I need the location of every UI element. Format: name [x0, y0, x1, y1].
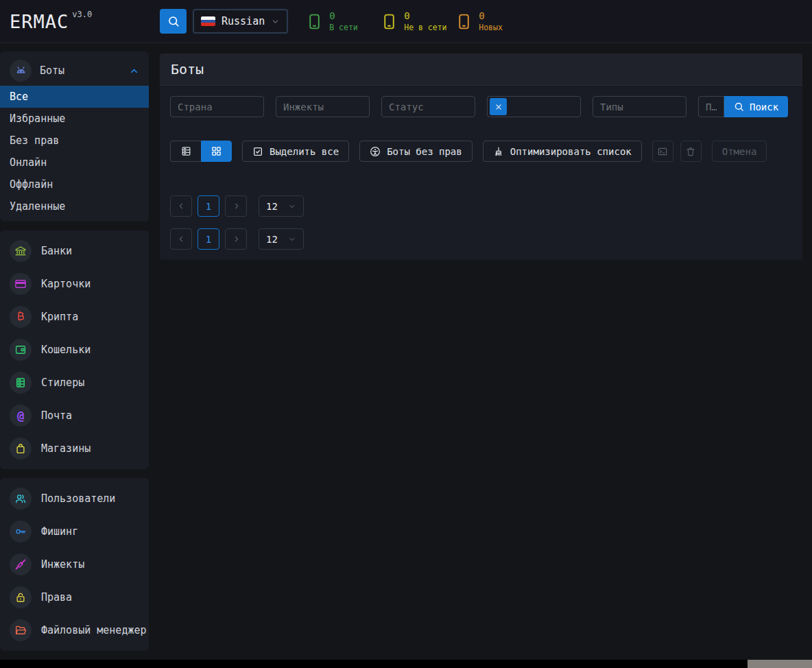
chevron-left-icon [177, 235, 186, 243]
broom-icon [493, 146, 504, 157]
key-icon [14, 525, 27, 538]
counter-offline: 0 Не в сети [381, 10, 449, 32]
language-select[interactable]: Russian [193, 9, 288, 34]
sidebar-section-bots: Боты Все Избранные Без прав Онлайн Оффла… [0, 51, 149, 222]
country-filter-input[interactable] [170, 96, 264, 117]
folder-open-icon [14, 624, 27, 636]
chevron-down-icon [288, 202, 296, 211]
trash-icon [685, 146, 696, 157]
counter-new: 0 Новых [455, 10, 524, 32]
sidebar-item-injects[interactable]: Инжекты [0, 548, 149, 581]
search-submit-button[interactable]: Поиск [724, 96, 788, 117]
chevron-right-icon [232, 202, 241, 211]
offline-count: 0 [404, 10, 446, 22]
panel-body: Поиск Выд [160, 86, 802, 260]
chevron-left-icon [177, 202, 186, 211]
counter-online: 0 В сети [306, 10, 374, 32]
sidebar-item-users[interactable]: Пользователи [0, 482, 149, 515]
tags-filter-field[interactable] [487, 96, 581, 117]
phone-icon [306, 13, 323, 30]
sidebar-item-favorites[interactable]: Избранные [0, 108, 149, 130]
sidebar-item-offline[interactable]: Оффлайн [0, 174, 149, 195]
horizontal-scrollbar[interactable] [0, 660, 812, 668]
app-logo: ERMAC v3.0 [0, 11, 160, 32]
sidebar-group-bots[interactable]: Боты [0, 56, 149, 86]
sidebar-item-no-permissions[interactable]: Без прав [0, 130, 149, 152]
filter-tag-chip[interactable] [490, 98, 507, 115]
search-group: Поиск [698, 96, 788, 117]
checkbox-checked-icon [252, 146, 263, 157]
injects-filter-input[interactable] [276, 96, 370, 117]
phone-icon [455, 13, 473, 30]
sidebar-item-mail[interactable]: @ Почта [0, 399, 149, 432]
shopping-bag-icon [14, 442, 27, 455]
app-version: v3.0 [72, 10, 92, 19]
select-all-button[interactable]: Выделить все [242, 141, 349, 162]
pagination-top: 1 12 [170, 195, 792, 217]
grid-view-icon [211, 145, 222, 157]
grid-view-button[interactable] [201, 141, 232, 162]
view-toggle [170, 141, 232, 162]
optimize-list-button[interactable]: Оптимизировать список [483, 141, 642, 162]
terminal-icon [657, 146, 668, 157]
lock-icon [14, 591, 27, 604]
bots-panel: Боты Поиск [160, 53, 802, 260]
prev-page-button[interactable] [170, 228, 192, 250]
sidebar-item-phishing[interactable]: Фишинг [0, 515, 149, 548]
sidebar-group-label: Боты [40, 64, 121, 77]
online-count: 0 [329, 10, 358, 22]
sidebar: Боты Все Избранные Без прав Онлайн Оффла… [0, 51, 149, 651]
next-page-button[interactable] [225, 228, 247, 250]
language-label: Russian [222, 15, 265, 27]
types-filter-input[interactable] [593, 96, 686, 117]
sidebar-item-permissions[interactable]: Права [0, 581, 149, 614]
bitcoin-icon [14, 311, 27, 323]
app-name: ERMAC [10, 11, 69, 32]
search-icon [734, 102, 744, 112]
new-label: Новых [479, 23, 503, 33]
phone-icon [381, 13, 398, 30]
sidebar-item-stealers[interactable]: Стилеры [0, 366, 149, 399]
chevron-down-icon [288, 235, 296, 243]
bank-icon [14, 245, 27, 257]
sidebar-item-shops[interactable]: Магазины [0, 432, 149, 465]
new-count: 0 [479, 10, 503, 22]
scrollbar-thumb[interactable] [748, 660, 812, 668]
toolbar: Выделить все Боты без прав Оптимизироват… [170, 141, 792, 162]
delete-button[interactable] [680, 141, 702, 162]
sidebar-item-file-manager[interactable]: Файловый менеджер [0, 614, 149, 647]
cancel-button[interactable]: Отмена [712, 141, 767, 162]
terminal-button[interactable] [652, 141, 673, 162]
server-icon [14, 377, 27, 389]
at-sign-icon: @ [17, 410, 24, 422]
online-label: В сети [329, 23, 358, 33]
small-filter-input[interactable] [698, 96, 724, 117]
per-page-select[interactable]: 12 [259, 195, 304, 217]
page-number-button[interactable]: 1 [198, 228, 219, 250]
page-number-button[interactable]: 1 [198, 195, 219, 217]
chevron-right-icon [232, 235, 241, 243]
syringe-icon [14, 558, 27, 571]
status-filter-input[interactable] [381, 96, 475, 117]
offline-label: Не в сети [404, 23, 446, 33]
sidebar-item-wallets[interactable]: Кошельки [0, 333, 149, 366]
sidebar-item-banks[interactable]: Банки [0, 235, 149, 267]
close-icon[interactable] [494, 103, 503, 111]
chevron-down-icon [271, 17, 280, 26]
sidebar-item-online[interactable]: Онлайн [0, 152, 149, 174]
per-page-select[interactable]: 12 [259, 228, 304, 250]
filter-row: Поиск [170, 96, 792, 117]
prev-page-button[interactable] [170, 195, 192, 217]
sidebar-item-cards[interactable]: Карточки [0, 267, 149, 300]
russian-flag-icon [201, 16, 215, 26]
bots-without-permissions-button[interactable]: Боты без прав [359, 141, 473, 162]
next-page-button[interactable] [225, 195, 247, 217]
sidebar-section-admin: Пользователи Фишинг Инжекты Права Файлов… [0, 478, 149, 651]
sidebar-item-all[interactable]: Все [0, 86, 149, 108]
global-search-button[interactable] [160, 9, 187, 34]
sidebar-item-crypto[interactable]: Крипта [0, 300, 149, 333]
chevron-up-icon [129, 66, 139, 76]
sidebar-item-deleted[interactable]: Удаленные [0, 195, 149, 217]
accessibility-icon [370, 146, 381, 157]
list-view-button[interactable] [170, 141, 201, 162]
